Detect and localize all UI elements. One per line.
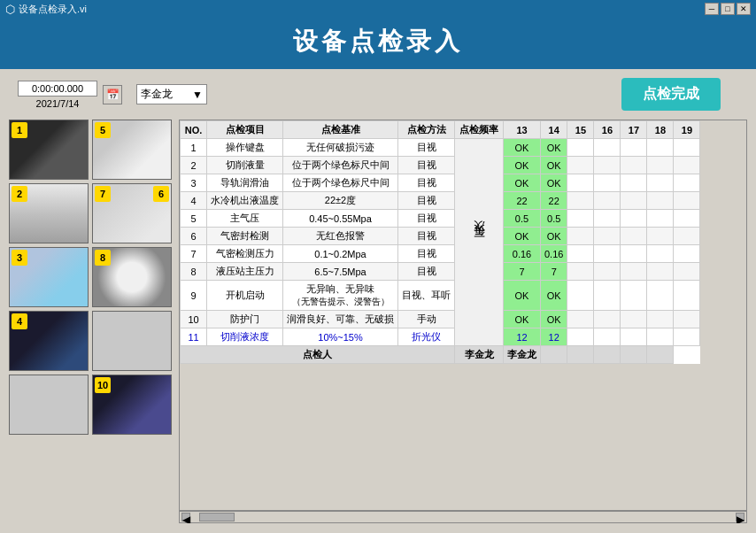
cell-val-3-1[interactable]: 22	[541, 192, 567, 210]
image-4[interactable]: 4	[9, 311, 89, 371]
cell-val-7-2[interactable]	[567, 263, 594, 281]
cell-val-7-4[interactable]	[621, 263, 647, 281]
cell-val-6-2[interactable]	[567, 245, 594, 263]
cell-val-0-2[interactable]	[567, 139, 594, 157]
cell-val-10-0[interactable]: 12	[504, 328, 541, 346]
cell-val-4-6[interactable]	[674, 210, 700, 228]
cell-val-1-4[interactable]	[621, 157, 647, 174]
cell-val-5-0[interactable]: OK	[504, 228, 541, 245]
cell-val-4-3[interactable]	[594, 210, 621, 228]
cell-val-5-4[interactable]	[621, 228, 647, 245]
cell-val-6-0[interactable]: 0.16	[504, 245, 541, 263]
cell-val-2-1[interactable]: OK	[541, 174, 567, 192]
cell-val-0-4[interactable]	[621, 139, 647, 157]
cell-val-8-4[interactable]	[621, 281, 647, 311]
cell-val-2-4[interactable]	[621, 174, 647, 192]
cell-val-0-1[interactable]: OK	[541, 139, 567, 157]
cell-val-2-2[interactable]	[567, 174, 594, 192]
cell-val-9-2[interactable]	[567, 311, 594, 328]
cell-val-2-0[interactable]: OK	[504, 174, 541, 192]
image-5[interactable]: 5	[92, 120, 172, 180]
cell-val-5-3[interactable]	[594, 228, 621, 245]
cell-val-8-1[interactable]: OK	[541, 281, 567, 311]
cell-val-3-0[interactable]: 22	[504, 192, 541, 210]
cell-val-9-1[interactable]: OK	[541, 311, 567, 328]
cell-val-1-2[interactable]	[567, 157, 594, 174]
cell-val-7-5[interactable]	[647, 263, 674, 281]
cell-val-5-2[interactable]	[567, 228, 594, 245]
cell-val-9-5[interactable]	[647, 311, 674, 328]
cell-val-9-3[interactable]	[594, 311, 621, 328]
cell-no-8: 9	[181, 281, 207, 311]
cell-val-8-6[interactable]	[674, 281, 700, 311]
title-bar: ⬡ 设备点检录入.vi ─ □ ✕	[0, 0, 756, 18]
maximize-button[interactable]: □	[721, 3, 735, 15]
image-2[interactable]: 2	[9, 183, 89, 243]
cell-val-8-3[interactable]	[594, 281, 621, 311]
image-3[interactable]: 3	[9, 247, 89, 307]
cell-val-2-6[interactable]	[674, 174, 700, 192]
cell-val-10-2[interactable]	[567, 328, 594, 346]
cell-val-1-1[interactable]: OK	[541, 157, 567, 174]
cell-val-8-5[interactable]	[647, 281, 674, 311]
cell-method-3: 目视	[398, 192, 455, 210]
cell-val-6-6[interactable]	[674, 245, 700, 263]
cell-val-4-4[interactable]	[621, 210, 647, 228]
cell-val-4-0[interactable]: 0.5	[504, 210, 541, 228]
scroll-thumb[interactable]	[199, 513, 235, 521]
cell-val-6-4[interactable]	[621, 245, 647, 263]
cell-val-0-0[interactable]: OK	[504, 139, 541, 157]
cell-val-4-1[interactable]: 0.5	[541, 210, 567, 228]
cell-val-7-3[interactable]	[594, 263, 621, 281]
minimize-button[interactable]: ─	[705, 3, 719, 15]
cell-val-1-6[interactable]	[674, 157, 700, 174]
cell-val-4-2[interactable]	[567, 210, 594, 228]
cell-val-5-1[interactable]: OK	[541, 228, 567, 245]
cell-val-6-1[interactable]: 0.16	[541, 245, 567, 263]
cell-val-3-4[interactable]	[621, 192, 647, 210]
cell-val-3-3[interactable]	[594, 192, 621, 210]
cell-val-2-5[interactable]	[647, 174, 674, 192]
image-7[interactable]: 7 6	[92, 183, 172, 243]
cell-val-9-6[interactable]	[674, 311, 700, 328]
cell-val-10-6[interactable]	[674, 328, 700, 346]
scroll-right-btn[interactable]: ▶	[736, 513, 744, 521]
cell-val-8-0[interactable]: OK	[504, 281, 541, 311]
cell-val-7-0[interactable]: 7	[504, 263, 541, 281]
cell-val-1-5[interactable]	[647, 157, 674, 174]
cell-val-10-1[interactable]: 12	[541, 328, 567, 346]
cell-val-0-5[interactable]	[647, 139, 674, 157]
image-10[interactable]: 10	[92, 375, 172, 435]
image-8[interactable]: 8	[92, 247, 172, 307]
horizontal-scrollbar[interactable]: ◀ ▶	[179, 511, 747, 523]
cell-val-10-3[interactable]	[594, 328, 621, 346]
cell-val-0-3[interactable]	[594, 139, 621, 157]
cell-val-6-5[interactable]	[647, 245, 674, 263]
cell-val-6-3[interactable]	[594, 245, 621, 263]
cell-val-3-6[interactable]	[674, 192, 700, 210]
complete-button[interactable]: 点检完成	[621, 78, 721, 111]
cell-val-1-3[interactable]	[594, 157, 621, 174]
cell-val-4-5[interactable]	[647, 210, 674, 228]
cell-val-9-4[interactable]	[621, 311, 647, 328]
image-1[interactable]: 1	[9, 120, 89, 180]
cell-val-0-6[interactable]	[674, 139, 700, 157]
close-button[interactable]: ✕	[737, 3, 751, 15]
table-container[interactable]: NO. 点检项目 点检基准 点检方法 点检频率 13 14 15 16 17 1…	[179, 120, 747, 511]
cell-val-3-2[interactable]	[567, 192, 594, 210]
cell-val-10-5[interactable]	[647, 328, 674, 346]
cell-val-1-0[interactable]: OK	[504, 157, 541, 174]
cell-val-7-6[interactable]	[674, 263, 700, 281]
cell-val-9-0[interactable]: OK	[504, 311, 541, 328]
cell-val-2-3[interactable]	[594, 174, 621, 192]
cell-val-10-4[interactable]	[621, 328, 647, 346]
cell-val-5-5[interactable]	[647, 228, 674, 245]
cell-val-7-1[interactable]: 7	[541, 263, 567, 281]
calendar-icon[interactable]: 📅	[103, 85, 122, 104]
cell-val-3-5[interactable]	[647, 192, 674, 210]
freq-rotated-text: 每天一次	[471, 239, 487, 246]
scroll-left-btn[interactable]: ◀	[181, 513, 190, 521]
cell-val-8-2[interactable]	[567, 281, 594, 311]
cell-val-5-6[interactable]	[674, 228, 700, 245]
name-dropdown[interactable]: 李金龙 ▼	[136, 84, 207, 104]
